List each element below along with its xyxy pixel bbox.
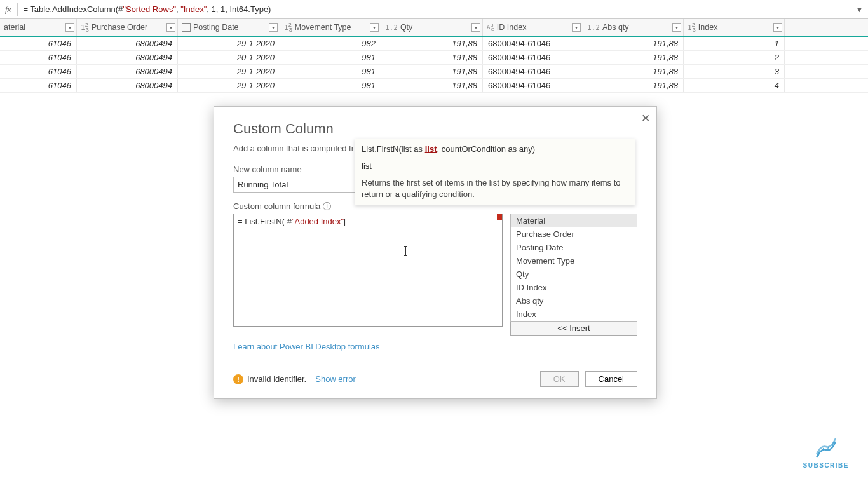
- show-error-link[interactable]: Show error: [315, 374, 356, 384]
- warning-icon: !: [233, 374, 243, 384]
- cell-movement: 981: [280, 65, 381, 78]
- filter-icon[interactable]: ▾: [370, 23, 379, 32]
- cell-date: 29-1-2020: [178, 65, 280, 78]
- cell-id-index: 68000494-61046: [483, 65, 583, 78]
- table-row[interactable]: 610466800049420-1-2020981191,8868000494-…: [0, 51, 868, 65]
- column-option[interactable]: Material: [511, 214, 637, 227]
- calendar-icon: [182, 23, 191, 32]
- error-marker: [497, 214, 502, 220]
- cell-id-index: 68000494-61046: [483, 37, 583, 50]
- cell-date: 29-1-2020: [178, 79, 280, 92]
- filter-icon[interactable]: ▾: [773, 23, 782, 32]
- col-qty[interactable]: 1.2Qty▾: [381, 19, 483, 36]
- col-index[interactable]: 123Index▾: [684, 19, 785, 36]
- cell-date: 20-1-2020: [178, 51, 280, 64]
- column-option[interactable]: ID Index: [511, 281, 637, 294]
- filter-icon[interactable]: ▾: [166, 23, 175, 32]
- cell-material: 61046: [0, 37, 77, 50]
- dialog-footer: ! Invalid identifier. Show error OK Canc…: [214, 363, 656, 398]
- cell-po: 68000494: [77, 37, 178, 50]
- cell-index: 2: [684, 51, 785, 64]
- dec-icon: 1.2: [587, 24, 600, 32]
- cell-index: 1: [684, 37, 785, 50]
- cell-index: 4: [684, 79, 785, 92]
- formula-editor[interactable]: = List.FirstN( #"Added Index"[: [233, 214, 503, 327]
- col-posting-date[interactable]: Posting Date▾: [178, 19, 280, 36]
- column-option[interactable]: Index: [511, 308, 637, 321]
- cell-qty: -191,88: [381, 37, 483, 50]
- dec-icon: 1.2: [385, 24, 398, 32]
- cell-id-index: 68000494-61046: [483, 79, 583, 92]
- cell-abs: 191,88: [583, 65, 684, 78]
- subscribe-badge[interactable]: SUBSCRIBE: [803, 438, 849, 469]
- cell-qty: 191,88: [381, 51, 483, 64]
- filter-icon[interactable]: ▾: [471, 23, 480, 32]
- col-purchase-order[interactable]: 123Purchase Order▾: [77, 19, 178, 36]
- tooltip-description: Returns the first set of items in the li…: [362, 177, 628, 200]
- learn-link[interactable]: Learn about Power BI Desktop formulas: [233, 342, 380, 351]
- cell-movement: 982: [280, 37, 381, 50]
- table-row[interactable]: 610466800049429-1-2020981191,8868000494-…: [0, 65, 868, 79]
- formula-text[interactable]: = Table.AddIndexColumn(#"Sorted Rows", "…: [23, 4, 856, 14]
- cell-po: 68000494: [77, 79, 178, 92]
- abc-icon: ABC: [487, 22, 494, 32]
- cell-id-index: 68000494-61046: [483, 51, 583, 64]
- cell-material: 61046: [0, 79, 77, 92]
- cell-movement: 981: [280, 51, 381, 64]
- dna-icon: [813, 438, 839, 461]
- chevron-down-icon[interactable]: ▼: [856, 6, 863, 13]
- int-icon: 123: [284, 22, 292, 33]
- cell-qty: 191,88: [381, 65, 483, 78]
- text-cursor: [405, 246, 406, 256]
- cell-index: 3: [684, 65, 785, 78]
- cell-date: 29-1-2020: [178, 37, 280, 50]
- col-id-index[interactable]: ABCID Index▾: [483, 19, 583, 36]
- intellisense-tooltip: List.FirstN(list as list, countOrConditi…: [355, 139, 635, 205]
- col-movement-type[interactable]: 123Movement Type▾: [280, 19, 381, 36]
- column-option[interactable]: Qty: [511, 268, 637, 281]
- cell-po: 68000494: [77, 65, 178, 78]
- cell-movement: 981: [280, 79, 381, 92]
- cancel-button[interactable]: Cancel: [585, 371, 637, 387]
- grid-body: 610466800049429-1-2020982-191,8868000494…: [0, 37, 868, 93]
- column-option[interactable]: Purchase Order: [511, 227, 637, 241]
- col-material[interactable]: aterial▾: [0, 19, 77, 36]
- table-row[interactable]: 610466800049429-1-2020981191,8868000494-…: [0, 79, 868, 93]
- cell-abs: 191,88: [583, 37, 684, 50]
- formula-bar: fx = Table.AddIndexColumn(#"Sorted Rows"…: [0, 0, 868, 19]
- int-icon: 123: [688, 22, 696, 33]
- available-columns-panel: MaterialPurchase OrderPosting DateMoveme…: [510, 214, 637, 336]
- filter-icon[interactable]: ▾: [572, 23, 581, 32]
- separator: [17, 3, 18, 16]
- table-row[interactable]: 610466800049429-1-2020982-191,8868000494…: [0, 37, 868, 51]
- cell-abs: 191,88: [583, 51, 684, 64]
- cell-po: 68000494: [77, 51, 178, 64]
- grid-header: aterial▾ 123Purchase Order▾ Posting Date…: [0, 19, 868, 37]
- column-option[interactable]: Movement Type: [511, 254, 637, 268]
- insert-button[interactable]: << Insert: [510, 322, 637, 336]
- ok-button: OK: [540, 371, 579, 387]
- cell-abs: 191,88: [583, 79, 684, 92]
- cell-material: 61046: [0, 65, 77, 78]
- status-message: ! Invalid identifier. Show error: [233, 374, 356, 384]
- filter-icon[interactable]: ▾: [672, 23, 681, 32]
- param-name: list: [362, 161, 628, 171]
- col-abs-qty[interactable]: 1.2Abs qty▾: [583, 19, 684, 36]
- info-icon[interactable]: i: [323, 202, 331, 210]
- cell-qty: 191,88: [381, 79, 483, 92]
- dialog-title: Custom Column: [233, 121, 637, 137]
- fx-icon: fx: [5, 4, 11, 15]
- filter-icon[interactable]: ▾: [269, 23, 278, 32]
- subscribe-label: SUBSCRIBE: [803, 462, 849, 469]
- available-columns-list: MaterialPurchase OrderPosting DateMoveme…: [510, 214, 637, 322]
- close-icon[interactable]: ✕: [641, 112, 650, 125]
- column-option[interactable]: Abs qty: [511, 294, 637, 308]
- column-option[interactable]: Posting Date: [511, 241, 637, 254]
- cell-material: 61046: [0, 51, 77, 64]
- signature: List.FirstN(list as list, countOrConditi…: [362, 144, 628, 154]
- filter-icon[interactable]: ▾: [65, 23, 74, 32]
- int-icon: 123: [81, 22, 89, 33]
